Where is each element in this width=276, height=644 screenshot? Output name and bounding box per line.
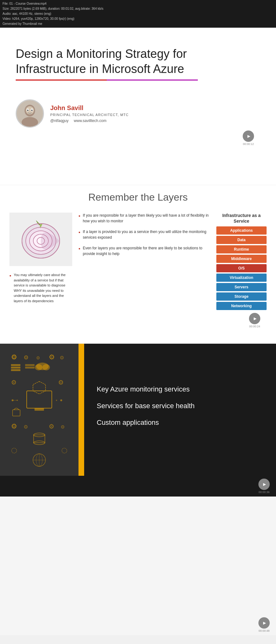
left-bullet-dot: ▪: [9, 272, 11, 303]
yellow-accent-bar: [78, 344, 84, 476]
bullet-item-2: ▪ If a layer is provided to you as a ser…: [78, 229, 210, 240]
slide4-timestamp: 00:00:48: [258, 629, 269, 632]
meta-video: Video: h264, yuv420p, 1280x720, 30.00 fp…: [3, 16, 273, 21]
avatar: [16, 99, 44, 128]
slide2-footer: 00:00:24: [9, 310, 267, 331]
slide3-play-button[interactable]: [258, 479, 270, 490]
svg-text:⚙: ⚙: [61, 424, 65, 430]
slide3-item2: Services for base service health: [97, 402, 263, 411]
presenter-row: John Savill PRINCIPAL TECHNICAL ARCHITEC…: [16, 99, 260, 128]
bullet-dot-2: ▪: [78, 229, 80, 240]
iaas-servers: Servers: [216, 283, 267, 291]
iaas-networking: Networking: [216, 302, 267, 310]
presenter-title: PRINCIPAL TECHNICAL ARCHITECT, MTC: [50, 113, 129, 117]
iaas-os: O/S: [216, 264, 267, 272]
svg-point-2: [22, 117, 38, 128]
slide-2: Remember the Layers: [0, 185, 276, 343]
meta-audio: Audio: aac, 44100 Hz, stereo (eng): [3, 11, 273, 16]
slide-4: 00:00:48: [0, 497, 276, 635]
slide1-footer: 00:00:12: [16, 128, 260, 148]
iaas-title: Infrastructure as a Service: [216, 213, 267, 224]
layers-content: ▪ You may ultimately care about the avai…: [9, 213, 267, 310]
iaas-storage: Storage: [216, 292, 267, 301]
presenter-info: John Savill PRINCIPAL TECHNICAL ARCHITEC…: [50, 104, 129, 123]
svg-text:⚙: ⚙: [11, 379, 17, 386]
slide-title: Design a Monitoring Strategy for Infrast…: [16, 47, 204, 76]
slide3-left-panel: ⚙ ⚙ ⚙ ⚙ ⚙ ⚙ ⚙: [0, 344, 78, 476]
slide1-play-button[interactable]: [243, 130, 254, 142]
svg-point-30: [42, 364, 50, 370]
slide1-play-controls: 00:00:12: [240, 129, 257, 147]
svg-text:⚙: ⚙: [24, 424, 28, 430]
slide2-title: Remember the Layers: [9, 192, 267, 203]
iaas-column: Infrastructure as a Service Applications…: [216, 213, 267, 310]
slide3-right-panel: Key Azure monitoring services Services f…: [84, 344, 276, 476]
svg-point-7: [31, 109, 33, 111]
onion-column: ▪ You may ultimately care about the avai…: [9, 213, 72, 306]
left-bullet-text: ▪ You may ultimately care about the avai…: [9, 272, 72, 303]
slide-3-wrapper: ⚙ ⚙ ⚙ ⚙ ⚙ ⚙ ⚙: [0, 344, 276, 497]
iaas-runtime: Runtime: [216, 245, 267, 253]
iaas-applications: Applications: [216, 226, 267, 235]
slide3-item3: Custom applications: [97, 418, 263, 427]
svg-text:⚙: ⚙: [49, 353, 55, 361]
bullet-text-2: If a layer is provided to you as a servi…: [83, 229, 210, 240]
svg-rect-25: [11, 369, 20, 371]
bullet-item-1: ▪ If you are responsible for a layer the…: [78, 213, 210, 224]
slide4-play-button[interactable]: [258, 617, 270, 629]
svg-text:⚙: ⚙: [60, 355, 64, 360]
svg-rect-27: [25, 367, 35, 369]
slide-3: ⚙ ⚙ ⚙ ⚙ ⚙ ⚙ ⚙: [0, 344, 276, 476]
iaas-stack: Applications Data Runtime Middleware O/S…: [216, 226, 267, 310]
meta-bar: File: 01 - Course Overview.mp4 Size: 282…: [0, 0, 276, 28]
slide2-play-button[interactable]: [249, 313, 260, 324]
svg-text:⚙: ⚙: [11, 353, 17, 361]
bullet-text-3: Even for layers you are responsible for …: [83, 245, 210, 257]
bottom-blank: [0, 635, 276, 644]
svg-point-29: [35, 364, 42, 370]
svg-point-50: [62, 448, 67, 453]
iaas-virtualization: Virtualization: [216, 274, 267, 282]
slide-1: Design a Monitoring Strategy for Infrast…: [0, 28, 276, 185]
svg-text:⚙: ⚙: [49, 423, 54, 430]
meta-filename: File: 01 - Course Overview.mp4: [3, 1, 273, 6]
svg-point-49: [12, 448, 17, 453]
bullet-item-3: ▪ Even for layers you are responsible fo…: [78, 245, 210, 257]
meta-size: Size: 2822071 bytes (2.69 MiB), duration…: [3, 6, 273, 11]
svg-marker-35: [33, 381, 46, 394]
svg-point-40: [56, 400, 57, 401]
bullet-dot-1: ▪: [78, 212, 80, 224]
svg-point-6: [27, 109, 29, 111]
slide3-timestamp: 00:00:36: [258, 491, 269, 494]
iaas-middleware: Middleware: [216, 255, 267, 263]
bullet-text-1: If you are responsible for a layer then …: [83, 213, 210, 224]
bullet-dot-3: ▪: [78, 245, 80, 257]
svg-text:⚙: ⚙: [24, 354, 29, 361]
svg-point-39: [60, 399, 62, 401]
slide4-footer: 00:00:48: [0, 497, 276, 635]
slide2-timestamp: 00:00:24: [249, 325, 260, 328]
slide3-footer: 00:00:36: [0, 476, 276, 497]
svg-rect-23: [11, 364, 20, 366]
svg-text:⚙: ⚙: [36, 355, 40, 360]
title-underline: [16, 80, 198, 80]
svg-rect-41: [13, 410, 20, 416]
svg-rect-24: [11, 367, 20, 369]
presenter-website: www.savilltech.com: [74, 119, 106, 123]
presenter-name: John Savill: [50, 104, 129, 112]
svg-rect-34: [35, 408, 44, 411]
svg-text:⚙: ⚙: [58, 379, 64, 386]
presenter-twitter: @ntfaqguy: [50, 119, 68, 123]
svg-rect-33: [27, 391, 52, 408]
presenter-contact: @ntfaqguy www.savilltech.com: [50, 119, 129, 123]
iaas-data: Data: [216, 236, 267, 244]
svg-text:⚙: ⚙: [11, 422, 17, 430]
slide1-timestamp: 00:00:12: [243, 142, 254, 146]
onion-diagram: [9, 213, 72, 266]
left-bullet-content: You may ultimately care about the availa…: [14, 272, 72, 303]
slide3-play-controls: 00:00:36: [255, 477, 273, 495]
meta-generated: Generated by Thumbnail me: [3, 21, 273, 26]
slide4-play-controls: 00:00:48: [255, 616, 273, 634]
slide2-play-controls: 00:00:24: [246, 312, 263, 329]
slide3-item1: Key Azure monitoring services: [97, 385, 263, 394]
